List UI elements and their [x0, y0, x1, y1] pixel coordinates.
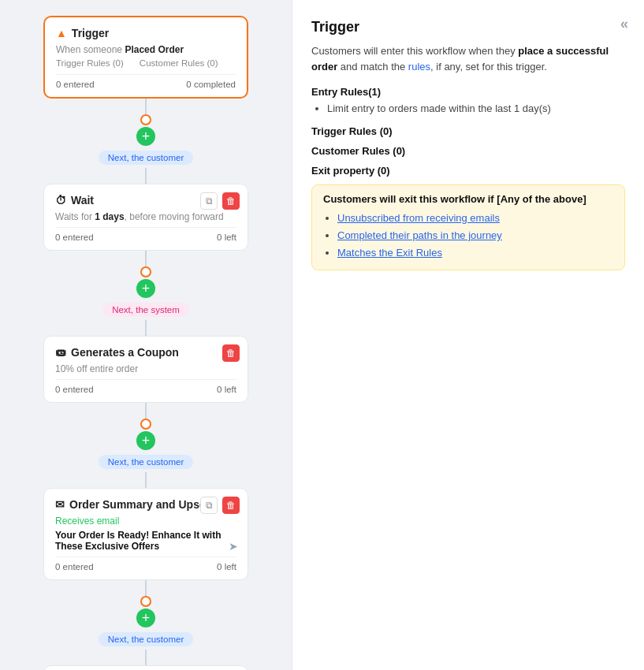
delete-button-wait1[interactable]: 🗑	[222, 192, 240, 210]
add-step-button-3[interactable]: +	[136, 431, 155, 450]
badge-customer-2: Next, the customer	[99, 455, 194, 469]
connector-dot-4	[140, 596, 151, 607]
connector-line-5	[145, 403, 147, 419]
add-step-button-1[interactable]: +	[136, 127, 155, 146]
connector-2: + Next, the system	[102, 251, 189, 336]
email-receives-label: Receives email	[55, 516, 236, 527]
wait-1-stats: 0 entered 0 left	[55, 227, 236, 242]
delete-button-email[interactable]: 🗑	[222, 497, 240, 514]
wait-1-subtitle: Waits for 1 days, before moving forward	[55, 211, 236, 222]
exit-condition-1: Unsubscribed from receiving emails	[337, 210, 613, 227]
connector-dot	[140, 114, 151, 125]
connector-4: + Next, the customer	[99, 580, 194, 665]
add-step-button-2[interactable]: +	[136, 279, 155, 298]
coupon-stats: 0 entered 0 left	[55, 379, 236, 394]
trigger-rules-row: Trigger Rules (0) Customer Rules (0)	[56, 58, 236, 68]
exit-condition-2: Completed their paths in the journey	[337, 227, 613, 244]
connector-line-4	[145, 320, 147, 336]
back-chevron-icon[interactable]: «	[620, 16, 628, 32]
email-subject: Your Order Is Ready! Enhance It with The…	[55, 530, 236, 552]
connector-line-3	[145, 251, 147, 266]
exit-condition-3: Matches the Exit Rules	[337, 244, 613, 262]
exit-property-title: Exit property (0)	[311, 165, 625, 177]
trigger-node-title: Trigger	[56, 27, 236, 39]
connector-1: + Next, the customer	[99, 99, 194, 184]
wait-1-actions: ⧉ 🗑	[200, 192, 240, 210]
bolt-icon	[56, 27, 67, 39]
copy-button-wait1[interactable]: ⧉	[200, 192, 218, 210]
connector-line-2	[145, 168, 147, 184]
email-actions: ⧉ 🗑	[200, 497, 240, 514]
entry-rule-item-1: Limit entry to orders made within the la…	[327, 101, 625, 117]
add-step-button-4[interactable]: +	[136, 609, 155, 627]
connector-dot-2	[140, 266, 151, 277]
trigger-detail-panel: « Trigger Customers will enter this work…	[292, 0, 644, 670]
customer-rules-title: Customer Rules (0)	[311, 145, 625, 157]
coupon-title: Generates a Coupon	[55, 346, 236, 359]
email-stats: 0 entered 0 left	[55, 556, 236, 571]
email-node[interactable]: ⧉ 🗑 Order Summary and Upsell Receives em…	[43, 488, 248, 580]
wait-node-2[interactable]: ⧉ 🗑 Wait Waits for 3 days, before moving…	[43, 665, 248, 670]
coupon-actions: 🗑	[222, 344, 240, 362]
connector-line	[145, 99, 147, 114]
badge-customer-3: Next, the customer	[99, 632, 194, 646]
connector-line-6	[145, 472, 147, 488]
email-icon	[55, 498, 65, 511]
copy-button-email[interactable]: ⧉	[200, 497, 218, 514]
connector-dot-3	[140, 419, 151, 430]
coupon-node[interactable]: 🗑 Generates a Coupon 10% off entire orde…	[43, 336, 248, 403]
trigger-rules-title: Trigger Rules (0)	[311, 125, 625, 137]
badge-customer-1: Next, the customer	[99, 151, 194, 165]
exit-conditions-title: Customers will exit this workflow if [An…	[323, 193, 613, 205]
exit-conditions-list: Unsubscribed from receiving emails Compl…	[323, 210, 613, 262]
coupon-subtitle: 10% off entire order	[55, 363, 236, 374]
entry-rules-list: Limit entry to orders made within the la…	[311, 101, 625, 117]
trigger-description: Customers will enter this workflow when …	[311, 43, 625, 75]
send-icon: ➤	[229, 540, 238, 553]
badge-system-1: Next, the system	[102, 303, 189, 317]
connector-line-8	[145, 650, 147, 665]
panel-title: Trigger	[311, 19, 625, 35]
trigger-stats: 0 entered 0 completed	[56, 74, 236, 89]
coupon-icon	[55, 346, 66, 359]
workflow-canvas: Trigger When someone Placed Order Trigge…	[0, 0, 292, 670]
exit-conditions-box: Customers will exit this workflow if [An…	[311, 184, 625, 270]
delete-button-coupon[interactable]: 🗑	[222, 344, 240, 362]
trigger-node-subtitle: When someone Placed Order	[56, 44, 236, 55]
connector-line-7	[145, 580, 147, 596]
trigger-node[interactable]: Trigger When someone Placed Order Trigge…	[43, 16, 248, 99]
clock-icon-1	[55, 194, 66, 207]
wait-node-1[interactable]: ⧉ 🗑 Wait Waits for 1 days, before moving…	[43, 184, 248, 251]
connector-3: + Next, the customer	[99, 403, 194, 488]
entry-rules-title: Entry Rules(1)	[311, 86, 625, 98]
